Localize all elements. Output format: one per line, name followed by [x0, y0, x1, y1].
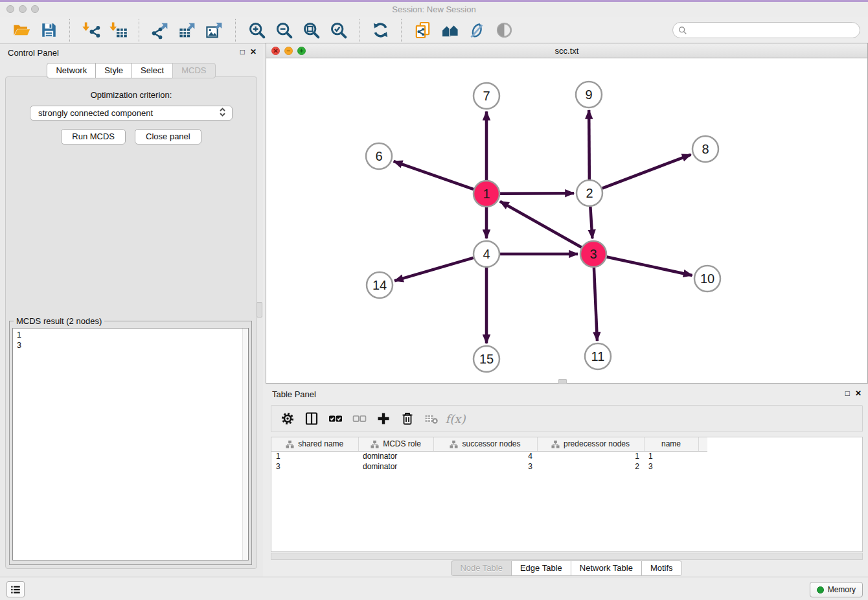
vertical-splitter-grip[interactable]: [257, 302, 262, 317]
cell-predecessor-nodes[interactable]: 2: [537, 461, 644, 472]
graph-node-9[interactable]: 9: [576, 82, 602, 108]
tab-select[interactable]: Select: [131, 63, 173, 78]
cell-successor-nodes[interactable]: 4: [433, 451, 537, 461]
control-panel-title: Control Panel: [8, 48, 59, 58]
graph-node-1[interactable]: 1: [474, 181, 499, 207]
graph-edge-2-3[interactable]: [590, 207, 592, 238]
cell-shared-name[interactable]: 3: [271, 461, 358, 472]
select-all-icon[interactable]: [326, 409, 345, 428]
horizontal-splitter-grip[interactable]: [558, 379, 567, 384]
graph-edge-1-6[interactable]: [394, 161, 474, 189]
zoom-in-icon[interactable]: [245, 19, 268, 42]
optimization-criterion-select[interactable]: strongly connected component: [30, 106, 233, 121]
float-panel-icon[interactable]: □: [240, 47, 245, 56]
column-header-predecessor-nodes[interactable]: predecessor nodes: [537, 437, 644, 451]
network-canvas[interactable]: 1234678910111415: [266, 58, 867, 383]
duplicate-network-icon[interactable]: [411, 19, 434, 42]
graph-node-2[interactable]: 2: [577, 180, 602, 206]
svg-text:3: 3: [589, 247, 597, 261]
list-icon: [10, 584, 21, 595]
show-hide-icon[interactable]: [492, 19, 516, 42]
graph-edge-2-8[interactable]: [602, 155, 691, 189]
float-table-panel-icon[interactable]: □: [845, 389, 850, 398]
close-panel-icon[interactable]: ✕: [250, 47, 257, 56]
run-mcds-button[interactable]: Run MCDS: [61, 129, 126, 144]
graph-node-14[interactable]: 14: [367, 272, 393, 298]
add-row-icon[interactable]: [374, 409, 393, 428]
graph-edge-3-1[interactable]: [500, 202, 582, 248]
graph-edge-4-14[interactable]: [394, 258, 474, 281]
cell-successor-nodes[interactable]: 3: [433, 461, 537, 472]
delete-row-icon[interactable]: [398, 409, 417, 428]
cell-predecessor-nodes[interactable]: 1: [537, 451, 644, 461]
tab-motifs[interactable]: Motifs: [641, 560, 682, 576]
table-row[interactable]: 3dominator323: [271, 461, 707, 472]
graph-node-10[interactable]: 10: [694, 266, 720, 292]
svg-text:10: 10: [700, 271, 714, 286]
tab-mcds[interactable]: MCDS: [172, 63, 215, 78]
graph-node-6[interactable]: 6: [366, 143, 392, 169]
cell-name[interactable]: 1: [644, 451, 698, 461]
network-window-titlebar[interactable]: ✕ − + scc.txt: [266, 43, 867, 58]
export-network-icon[interactable]: [148, 19, 172, 42]
result-item[interactable]: 3: [17, 340, 244, 351]
column-header-successor-nodes[interactable]: successor nodes: [433, 437, 537, 451]
zoom-fit-icon[interactable]: [299, 19, 323, 42]
graph-node-7[interactable]: 7: [474, 83, 499, 109]
hierarchy-icon: [450, 440, 458, 448]
svg-text:11: 11: [591, 349, 605, 363]
save-session-icon[interactable]: [37, 19, 60, 42]
network-graph[interactable]: 1234678910111415: [266, 58, 867, 383]
table-row[interactable]: 1dominator411: [271, 451, 707, 461]
graph-node-15[interactable]: 15: [474, 346, 499, 372]
refresh-view-icon[interactable]: [369, 19, 392, 42]
column-layout-icon[interactable]: [302, 409, 321, 428]
tab-style[interactable]: Style: [95, 63, 132, 78]
export-image-icon[interactable]: [203, 19, 226, 42]
task-history-button[interactable]: [6, 581, 25, 597]
graph-node-11[interactable]: 11: [585, 343, 611, 369]
table-scroll-track[interactable]: [271, 553, 863, 560]
zoom-selected-icon[interactable]: [326, 19, 350, 42]
cell-MCDS-role[interactable]: dominator: [358, 461, 433, 472]
column-header-MCDS-role[interactable]: MCDS role: [358, 437, 433, 451]
search-input[interactable]: [691, 26, 854, 35]
settings-gear-icon[interactable]: [278, 409, 297, 428]
column-header-name[interactable]: name: [644, 437, 698, 451]
column-header-shared-name[interactable]: shared name: [271, 437, 358, 451]
cell-shared-name[interactable]: 1: [271, 451, 358, 461]
import-network-icon[interactable]: [79, 19, 102, 42]
open-session-icon[interactable]: [10, 19, 33, 42]
tab-edge-table[interactable]: Edge Table: [511, 560, 571, 576]
cell-name[interactable]: 3: [644, 461, 698, 472]
graph-edge-1-2[interactable]: [500, 193, 574, 194]
zoom-out-icon[interactable]: [272, 19, 295, 42]
app-titlebar: Session: New Session: [0, 2, 868, 17]
graph-edge-3-11[interactable]: [594, 268, 597, 341]
graph-node-8[interactable]: 8: [692, 136, 718, 162]
deselect-all-icon[interactable]: [350, 409, 369, 428]
tab-node-table[interactable]: Node Table: [451, 560, 512, 576]
graph-node-4[interactable]: 4: [474, 241, 499, 267]
tab-network[interactable]: Network: [47, 63, 96, 78]
search-icon: [678, 26, 687, 35]
import-table-icon[interactable]: [106, 19, 130, 42]
mcds-result-list[interactable]: 13: [12, 328, 249, 560]
tab-network-table[interactable]: Network Table: [571, 560, 642, 576]
status-bar: Memory: [0, 577, 868, 600]
memory-button[interactable]: Memory: [810, 582, 863, 597]
graph-edge-3-10[interactable]: [607, 257, 692, 275]
style-paint-icon[interactable]: [465, 19, 488, 42]
search-field[interactable]: [672, 22, 860, 38]
first-neighbors-icon[interactable]: [438, 19, 461, 42]
result-item[interactable]: 1: [17, 330, 244, 340]
export-table-icon[interactable]: [176, 19, 199, 42]
graph-node-3[interactable]: 3: [580, 241, 606, 267]
close-panel-button[interactable]: Close panel: [135, 129, 201, 144]
close-table-panel-icon[interactable]: ✕: [855, 389, 862, 398]
svg-text:15: 15: [479, 352, 494, 366]
result-scrollbar[interactable]: [242, 329, 248, 560]
graph-edge-2-9[interactable]: [589, 110, 589, 179]
cell-MCDS-role[interactable]: dominator: [358, 451, 433, 461]
node-table[interactable]: shared nameMCDS rolesuccessor nodesprede…: [271, 437, 863, 552]
